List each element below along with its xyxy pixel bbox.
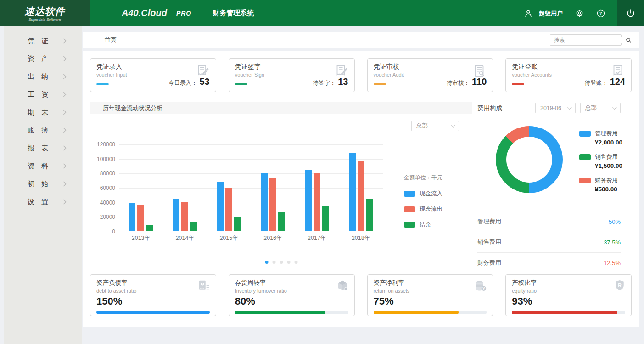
pager-dot-3[interactable] <box>287 261 290 264</box>
search-icon[interactable] <box>625 37 632 44</box>
sidebar-item-label: 资 料 <box>28 162 49 171</box>
stat-value: 53 <box>200 77 210 87</box>
chevron-down-icon <box>612 105 617 110</box>
y-axis-tick: 40000 <box>91 200 115 206</box>
pager-dot-0[interactable] <box>265 261 268 264</box>
legend-item-结余: 结余 <box>404 221 460 229</box>
card-return-on-assets[interactable]: 资产净利率 return on assets ¥ 75% <box>367 274 493 316</box>
bar-group-2016年 <box>251 144 295 231</box>
sidebar-item-1[interactable]: 资 产 <box>4 50 82 68</box>
chevron-right-icon <box>63 180 67 189</box>
svg-text:R: R <box>618 283 622 288</box>
progress-track <box>96 311 210 314</box>
bar-现金流入-2016年 <box>261 173 268 231</box>
app-logo[interactable]: 速达软件 Superdata Software <box>0 0 90 26</box>
sidebar-item-9[interactable]: 设 置 <box>4 193 82 211</box>
expense-name: 销售费用 <box>595 153 622 161</box>
ratio-value: 75% <box>374 295 487 307</box>
branch-dropdown[interactable]: 总部 <box>411 121 459 131</box>
legend-swatch <box>579 154 591 160</box>
username-label: 超级用户 <box>539 9 563 17</box>
period-dropdown[interactable]: 2019-06 <box>535 103 576 113</box>
bar-结余-2017年 <box>322 206 329 231</box>
card-voucher-accounts[interactable]: 凭证登账 voucher Accounts 待登账： 124 <box>505 58 632 92</box>
card-subtitle: equity ratio <box>512 288 625 294</box>
bar-结余-2014年 <box>190 222 197 231</box>
sidebar-item-6[interactable]: 报 表 <box>4 139 82 157</box>
card-voucher-input[interactable]: 凭证录入 voucher Input 今日录入： 53 <box>90 58 216 92</box>
sidebar-item-8[interactable]: 初 始 <box>4 175 82 193</box>
bar-group-2014年 <box>163 144 207 231</box>
legend-swatch <box>579 131 591 137</box>
sidebar-item-0[interactable]: 凭 证 <box>4 32 82 50</box>
card-title: 凭证签字 <box>235 63 348 71</box>
expense-row-percent: 12.5% <box>604 260 621 266</box>
ratio-value: 150% <box>96 295 210 307</box>
y-axis-tick: 0 <box>91 228 115 235</box>
ratio-value: 80% <box>235 295 348 307</box>
product-name: A40.Cloud <box>122 8 167 18</box>
certificate-icon <box>197 279 211 294</box>
chevron-down-icon <box>451 123 455 128</box>
middle-row: 历年现金流动状况分析 总部 02000040000600008000010000… <box>90 102 632 268</box>
x-axis-labels: 2013年2014年2015年2016年2017年2018年 <box>119 234 383 242</box>
expense-row-percent: 50% <box>609 218 621 225</box>
card-equity-ratio[interactable]: 产权比率 equity ratio R 93% <box>505 274 632 316</box>
x-axis-label: 2016年 <box>251 234 295 242</box>
sidebar-nav: 凭 证资 产出 纳工 资期 末账 簿报 表资 料初 始设 置 <box>4 26 82 344</box>
bar-结余-2018年 <box>366 199 373 232</box>
sidebar-item-4[interactable]: 期 末 <box>4 104 82 122</box>
search-box[interactable] <box>550 34 622 46</box>
tab-home[interactable]: 首页 <box>105 36 117 44</box>
sidebar-item-7[interactable]: 资 料 <box>4 157 82 175</box>
card-voucher-sign[interactable]: 凭证签字 voucher Sign 待签字： 13 <box>229 58 355 92</box>
help-icon[interactable]: ? <box>596 9 605 18</box>
power-icon <box>626 8 636 18</box>
pager-dot-1[interactable] <box>272 261 275 264</box>
user-icon <box>523 8 533 18</box>
bar-group-2017年 <box>295 144 339 231</box>
progress-fill <box>235 311 325 314</box>
expense-row-销售费用: 销售费用37.5% <box>477 232 621 252</box>
settings-gear-icon[interactable] <box>575 9 584 17</box>
bar-现金流出-2015年 <box>225 188 232 231</box>
expense-row-管理费用: 管理费用50% <box>477 211 621 232</box>
sidebar-item-5[interactable]: 账 簿 <box>4 122 82 139</box>
chevron-right-icon <box>63 144 67 153</box>
progress-fill <box>96 311 210 314</box>
donut-row: 管理费用¥2,000.00销售费用¥1,500.00财务费用¥500.00 <box>477 126 632 200</box>
stat-value: 13 <box>338 77 348 87</box>
card-footer: 待登账： 124 <box>512 77 625 87</box>
pager-dot-4[interactable] <box>294 261 297 264</box>
logo-subtitle: Superdata Software <box>28 17 61 22</box>
logout-power-button[interactable] <box>617 0 644 26</box>
tab-bar: 首页 <box>83 32 639 48</box>
card-debt-to-asset[interactable]: 资产负债率 debt to asset ratio 150% <box>90 274 216 316</box>
accent-dash <box>96 83 109 85</box>
sidebar-item-3[interactable]: 工 资 <box>4 86 82 104</box>
y-axis-tick: 100000 <box>91 156 115 162</box>
expense-name: 财务费用 <box>595 177 618 184</box>
legend-swatch <box>404 206 415 212</box>
pager-dot-2[interactable] <box>280 261 283 264</box>
bar-现金流入-2014年 <box>173 199 179 232</box>
card-inventory-turnover[interactable]: 存货周转率 Inventory turnover ratio 80% <box>229 274 355 316</box>
user-menu[interactable]: 超级用户 <box>523 8 563 18</box>
expense-donut-chart <box>496 126 563 193</box>
logo-title: 速达软件 <box>25 5 65 18</box>
card-voucher-audit[interactable]: 凭证审核 voucher Audit 待审核： 110 <box>367 58 493 92</box>
cube-icon <box>336 279 349 294</box>
sidebar-item-2[interactable]: 出 纳 <box>4 68 82 86</box>
expense-branch-dropdown[interactable]: 总部 <box>580 103 621 113</box>
card-title: 产权比率 <box>512 279 625 287</box>
donut-legend-item-财务费用: 财务费用¥500.00 <box>579 177 622 193</box>
card-title: 资产负债率 <box>96 279 210 287</box>
bar-现金流出-2016年 <box>269 178 276 231</box>
chevron-right-icon <box>63 73 67 81</box>
search-input[interactable] <box>554 37 625 43</box>
bar-现金流出-2017年 <box>314 173 320 231</box>
card-footer: 今日录入： 53 <box>96 77 210 87</box>
donut-legend-text: 财务费用¥500.00 <box>595 177 618 193</box>
card-footer: 待签字： 13 <box>235 77 348 87</box>
chevron-right-icon <box>63 127 67 135</box>
